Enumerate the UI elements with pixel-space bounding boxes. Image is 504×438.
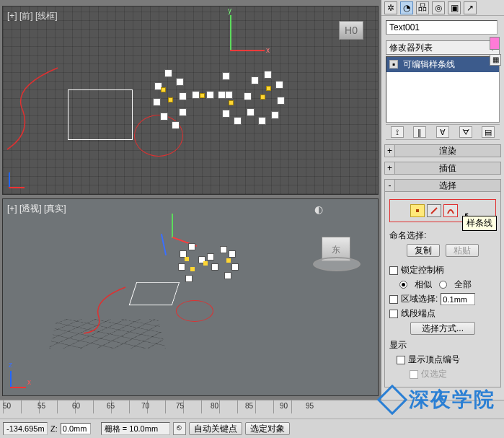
- spline-tooltip: 样条线: [462, 216, 497, 231]
- modifier-list-label: 修改器列表: [389, 42, 433, 54]
- configure-sets-icon[interactable]: ▤: [482, 126, 495, 138]
- motion-tab-icon[interactable]: ◎: [432, 1, 445, 14]
- axis-z-icon: [9, 172, 10, 188]
- modifier-stack[interactable]: ▪ 可编辑样条线: [386, 56, 500, 123]
- region-select-checkbox[interactable]: [389, 295, 398, 304]
- axis-y-icon: [230, 15, 231, 50]
- tick: 75: [176, 402, 184, 410]
- tick: 80: [211, 402, 218, 410]
- rectangle-shape[interactable]: [68, 89, 133, 140]
- segment-end-checkbox[interactable]: [389, 310, 398, 318]
- axis-x-label: x: [27, 378, 31, 386]
- tick: 65: [107, 402, 115, 410]
- editable-spline-vertices-3d[interactable]: [169, 235, 299, 322]
- tick: 70: [141, 402, 149, 410]
- spline-level-button[interactable]: [443, 204, 458, 217]
- watermark-logo-icon: [377, 385, 407, 415]
- viewport-front[interactable]: [+] [前] [线框] H0 y x: [2, 6, 379, 195]
- command-panel-tabs: ✲ ◔ 品 ◎ ▣ ↗: [381, 0, 504, 16]
- spline-shape[interactable]: [7, 64, 65, 151]
- z-coord-input[interactable]: [61, 423, 91, 434]
- viewport-front-label[interactable]: [+] [前] [线框]: [7, 10, 58, 22]
- named-selection-label: 命名选择:: [389, 229, 426, 242]
- rollout-selection: - 选择 ↖ 样条线 命名选择: 复制 粘贴 锁定控制柄: [384, 179, 501, 387]
- axis-z-icon: [161, 234, 167, 255]
- show-end-result-icon[interactable]: ‖: [413, 126, 426, 138]
- paste-button[interactable]: 粘贴: [446, 244, 479, 257]
- spline-shape-3d[interactable]: [82, 286, 133, 336]
- auto-key-button[interactable]: 自动关键点: [189, 422, 242, 435]
- all-label: 全部: [454, 279, 472, 291]
- axis-x-icon: [9, 187, 25, 188]
- configure-modifier-sets-icon[interactable]: ▦: [490, 54, 501, 66]
- world-axis-icon: [9, 172, 25, 188]
- tick: 50: [3, 402, 11, 410]
- viewcube-ring-icon[interactable]: [313, 257, 361, 271]
- viewport-perspective[interactable]: [+] [透视] [真实] ◐ 东 z x: [2, 198, 379, 396]
- tick: 55: [37, 402, 45, 410]
- steering-wheel-icon[interactable]: ◐: [314, 203, 323, 215]
- rollout-interpolation-title: 插值: [395, 162, 500, 175]
- lock-handles-checkbox[interactable]: [389, 266, 398, 275]
- copy-button[interactable]: 复制: [407, 244, 440, 257]
- named-selection-row: 命名选择:: [389, 229, 496, 242]
- viewcube-perspective[interactable]: 东: [311, 227, 362, 277]
- x-coord-readout: -134.695m: [3, 422, 48, 435]
- watermark-text: 深夜学院: [409, 386, 495, 413]
- command-panel: ✲ ◔ 品 ◎ ▣ ↗ 修改器列表 ▼ ▦ ▪ 可编辑样条线 ⟟ ‖ ∀ ᗊ ▤…: [381, 0, 504, 400]
- show-vertex-numbers-checkbox[interactable]: [397, 356, 405, 364]
- pin-stack-icon[interactable]: ⟟: [391, 126, 404, 138]
- object-color-swatch[interactable]: [490, 37, 500, 50]
- axis-x-icon: [230, 50, 265, 51]
- expand-icon[interactable]: ▪: [389, 60, 398, 69]
- grid-readout: 栅格 = 10.0mm: [101, 422, 170, 435]
- rollout-render: + 渲染: [384, 144, 501, 157]
- similar-label: 相似: [415, 279, 432, 291]
- home-cube-icon[interactable]: H0: [339, 21, 363, 40]
- tick: 85: [245, 402, 253, 410]
- rollout-render-title: 渲染: [395, 145, 500, 157]
- svg-rect-0: [416, 209, 419, 212]
- selected-object-button[interactable]: 选定对象: [245, 422, 290, 435]
- viewport-front-inner: [+] [前] [线框] H0 y x: [3, 6, 378, 194]
- timeline-ruler[interactable]: 50 55 60 65 70 75 80 85 90 95: [3, 400, 309, 413]
- utilities-tab-icon[interactable]: ↗: [464, 1, 477, 14]
- segment-level-button[interactable]: [427, 204, 441, 217]
- rollout-render-header[interactable]: + 渲染: [384, 144, 501, 157]
- tick: 60: [72, 402, 80, 410]
- minus-icon: -: [385, 180, 395, 191]
- viewport-perspective-label[interactable]: [+] [透视] [真实]: [7, 203, 66, 215]
- vertex-level-button[interactable]: [410, 204, 425, 217]
- tick: 95: [306, 402, 314, 410]
- region-select-label: 区域选择:: [401, 293, 438, 305]
- hierarchy-tab-icon[interactable]: 品: [416, 1, 429, 14]
- modify-tab-icon[interactable]: ◔: [400, 1, 413, 14]
- remove-modifier-icon[interactable]: ᗊ: [459, 126, 472, 138]
- watermark: 深夜学院: [381, 386, 495, 413]
- rollout-selection-header[interactable]: - 选择: [384, 179, 501, 192]
- display-tab-icon[interactable]: ▣: [448, 1, 461, 14]
- axis-z-label: z: [9, 361, 12, 369]
- stack-item-editable-spline[interactable]: ▪ 可编辑样条线: [386, 57, 499, 72]
- create-tab-icon[interactable]: ✲: [384, 1, 397, 14]
- stack-toolbar: ⟟ ‖ ∀ ᗊ ▤: [386, 124, 500, 140]
- object-name-input[interactable]: [386, 20, 498, 35]
- selection-method-button[interactable]: 选择方式...: [410, 322, 475, 335]
- make-unique-icon[interactable]: ∀: [436, 126, 449, 138]
- region-select-spinner[interactable]: [441, 293, 475, 305]
- modifier-list-dropdown[interactable]: 修改器列表 ▼: [386, 40, 500, 55]
- world-axis-icon: z x: [10, 371, 26, 388]
- z-label: Z:: [50, 424, 58, 433]
- plus-icon: +: [385, 145, 395, 157]
- rollout-selection-title: 选择: [395, 180, 500, 192]
- all-radio[interactable]: [439, 281, 447, 289]
- similar-radio[interactable]: [399, 281, 407, 289]
- rollout-interpolation-header[interactable]: + 插值: [384, 162, 501, 175]
- viewcube-top[interactable]: H0: [330, 11, 372, 53]
- stack-item-label: 可编辑样条线: [403, 59, 455, 69]
- add-time-tag-icon[interactable]: ⎋: [173, 422, 186, 435]
- editable-spline-vertices[interactable]: [151, 57, 288, 136]
- tick: 90: [280, 402, 288, 410]
- lock-handles-label: 锁定控制柄: [401, 264, 444, 276]
- axis-x-icon: [10, 387, 26, 388]
